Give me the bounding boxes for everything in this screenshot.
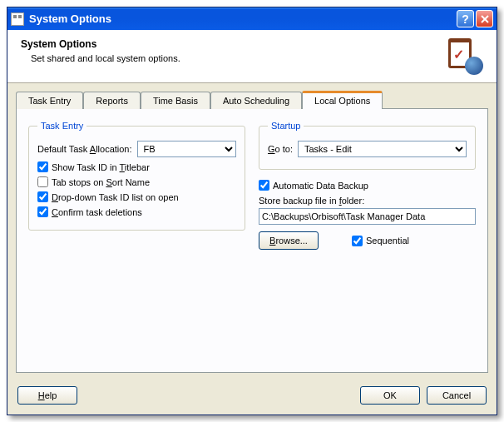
- tab-auto-scheduling[interactable]: Auto Scheduling: [210, 92, 302, 109]
- window-title: System Options: [29, 12, 455, 25]
- dropdown-task-id-label: Drop-down Task ID list on open: [52, 192, 179, 202]
- app-icon: [11, 12, 24, 26]
- goto-select[interactable]: Tasks - Edit: [298, 141, 467, 157]
- tab-reports[interactable]: Reports: [83, 92, 141, 109]
- default-allocation-select[interactable]: FB: [137, 141, 236, 157]
- dropdown-task-id-checkbox[interactable]: [37, 191, 48, 202]
- sequential-label: Sequential: [366, 236, 409, 246]
- backup-group: Automatic Data Backup Store backup file …: [259, 180, 476, 250]
- ok-button[interactable]: OK: [360, 386, 420, 405]
- help-button[interactable]: Help: [17, 386, 77, 405]
- browse-button[interactable]: Browse...: [259, 231, 319, 250]
- default-allocation-label: Default Task Allocation:: [37, 144, 132, 154]
- tab-strip: Task Entry Reports Time Basis Auto Sched…: [16, 90, 488, 108]
- body-area: Task Entry Reports Time Basis Auto Sched…: [7, 83, 497, 380]
- right-column: Startup Go to: Tasks - Edit: [259, 121, 476, 360]
- startup-legend: Startup: [268, 121, 304, 131]
- tab-panel-local-options: Task Entry Default Task Allocation: FB: [16, 108, 488, 373]
- cancel-button[interactable]: Cancel: [427, 386, 487, 405]
- titlebar-help-button[interactable]: ?: [457, 10, 474, 27]
- store-backup-label: Store backup file in folder:: [259, 196, 476, 206]
- tab-stops-label: Tab stops on Sort Name: [52, 177, 150, 187]
- startup-group: Startup Go to: Tasks - Edit: [259, 121, 476, 170]
- task-entry-group: Task Entry Default Task Allocation: FB: [28, 121, 245, 231]
- page-subtitle: Set shared and local system options.: [31, 53, 447, 63]
- show-task-id-checkbox[interactable]: [37, 161, 48, 172]
- sequential-checkbox[interactable]: [352, 236, 363, 246]
- tab-local-options[interactable]: Local Options: [302, 91, 383, 109]
- task-entry-legend: Task Entry: [37, 121, 86, 131]
- person-icon: [465, 57, 483, 75]
- confirm-deletions-checkbox[interactable]: [37, 206, 48, 217]
- goto-label: Go to:: [268, 144, 293, 154]
- tab-task-entry[interactable]: Task Entry: [16, 92, 83, 109]
- automatic-backup-label: Automatic Data Backup: [273, 181, 368, 191]
- close-icon: [481, 15, 489, 23]
- left-column: Task Entry Default Task Allocation: FB: [28, 121, 245, 360]
- tab-time-basis[interactable]: Time Basis: [141, 92, 210, 109]
- titlebar-close-button[interactable]: [476, 10, 493, 27]
- page-title: System Options: [21, 38, 447, 50]
- backup-path-input[interactable]: [259, 208, 476, 225]
- system-options-window: System Options ? System Options Set shar…: [7, 7, 497, 415]
- header-band: System Options Set shared and local syst…: [7, 30, 497, 83]
- confirm-deletions-label: Confirm task deletions: [52, 207, 142, 217]
- automatic-backup-checkbox[interactable]: [259, 180, 269, 191]
- footer: Help OK Cancel: [7, 380, 497, 415]
- show-task-id-label: Show Task ID in Titlebar: [52, 162, 150, 172]
- tab-stops-checkbox[interactable]: [37, 176, 48, 187]
- titlebar: System Options ?: [7, 7, 497, 30]
- header-icon: [447, 38, 483, 75]
